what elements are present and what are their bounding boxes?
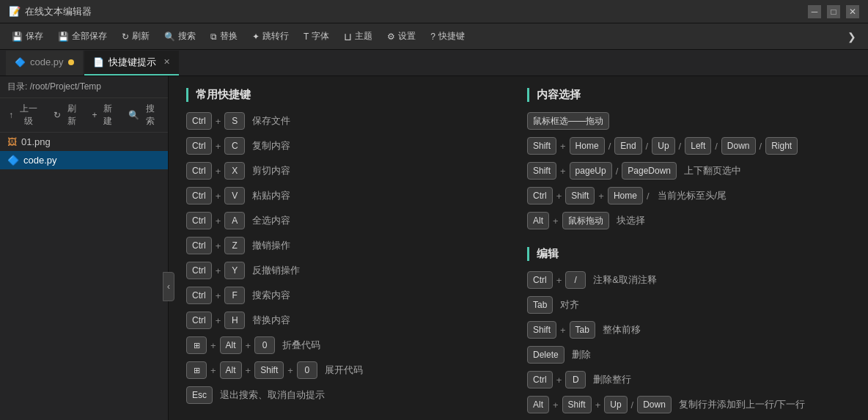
right-column: 内容选择 鼠标框选——拖动 Shift + Home / End / Up / … [527,88,850,420]
win-key-unfold: ⊞ [186,361,207,379]
file-name-01-png: 01.png [21,136,51,147]
sidebar-up-button[interactable]: ↑ 上一级 [4,101,46,129]
close-button[interactable]: ✕ [846,5,859,18]
replace-button[interactable]: ⧉ 替换 [205,27,243,45]
file-item-01-png[interactable]: 🖼 01.png [0,133,168,151]
edit-section: 编辑 Ctrl + / 注释&取消注释 Tab 对齐 Shift + T [527,247,850,413]
tab-close-button[interactable]: ✕ [163,57,170,67]
app-title: 在线文本编辑器 [25,5,92,18]
content-area: 目录: /root/Project/Temp ↑ 上一级 ↻ 刷新 + 新建 🔍… [0,76,868,420]
shortcut-shift-arrows: Shift + Home / End / Up / Left / Down / … [527,137,850,155]
shortcuts-icon: ? [430,32,435,42]
shortcuts-button[interactable]: ? 快捷键 [424,27,471,45]
shortcut-cut: Ctrl + X 剪切内容 [186,162,510,180]
refresh-icon: ↻ [122,32,129,42]
sidebar-files: 🖼 01.png 🔷 code.py [0,133,168,420]
collapse-handle[interactable]: ‹ [163,272,174,301]
key-ctrl: Ctrl [186,112,212,130]
theme-button[interactable]: ⊔ 主题 [338,27,378,45]
win-key-fold: ⊞ [186,336,207,354]
shortcut-block-select: Alt + 鼠标拖动 块选择 [527,212,850,229]
theme-icon: ⊔ [344,31,352,43]
shortcut-delete: Delete 删除 [527,346,850,364]
tab-code-py[interactable]: 🔷 code.py [6,51,83,75]
shortcut-undo: Ctrl + Z 撤销操作 [186,237,510,254]
tab-label-code-py: code.py [30,56,64,67]
sidebar-search-button[interactable]: 🔍 搜索 [124,101,163,129]
shortcut-shift-tab: Shift + Tab 整体前移 [527,321,850,339]
png-file-icon: 🖼 [7,136,17,147]
tabs-row: 🔷 code.py 📄 快捷键提示 ✕ [0,50,868,76]
refresh-sidebar-icon: ↻ [54,110,61,120]
shortcut-find: Ctrl + F 搜索内容 [186,287,510,304]
search-button[interactable]: 🔍 搜索 [158,27,202,45]
main-panel: 常用快捷键 Ctrl + S 保存文件 Ctrl + C 复制内容 Ctrl +… [169,76,868,420]
chevron-button[interactable]: ❯ [842,28,862,45]
minimize-button[interactable]: ─ [808,5,821,18]
save-button[interactable]: 💾 保存 [6,27,49,45]
desc-save: 保存文件 [252,114,290,128]
sidebar: 目录: /root/Project/Temp ↑ 上一级 ↻ 刷新 + 新建 🔍… [0,76,169,420]
shortcut-mouse-drag: 鼠标框选——拖动 [527,112,850,130]
python-icon: 🔷 [15,57,26,67]
maximize-button[interactable]: □ [827,5,840,18]
settings-icon: ⚙ [387,32,395,42]
shortcut-comment: Ctrl + / 注释&取消注释 [527,271,850,289]
common-section: 常用快捷键 Ctrl + S 保存文件 Ctrl + C 复制内容 Ctrl +… [186,88,510,420]
shortcut-pageupdown: Shift + pageUp / PageDown 上下翻页选中 [527,162,850,180]
sidebar-refresh-button[interactable]: ↻ 刷新 [49,101,85,129]
settings-button[interactable]: ⚙ 设置 [381,27,422,45]
shortcut-fold: ⊞ + Alt + 0 折叠代码 [186,336,510,354]
search-sidebar-icon: 🔍 [128,110,139,120]
shortcut-save: Ctrl + S 保存文件 [186,112,510,130]
selection-section: 内容选择 鼠标框选——拖动 Shift + Home / End / Up / … [527,88,850,229]
sidebar-new-button[interactable]: + 新建 [87,101,121,129]
goto-button[interactable]: ✦ 跳转行 [246,27,295,45]
save-all-button[interactable]: 💾 全部保存 [52,27,113,45]
title-bar-left: 📝 在线文本编辑器 [9,5,92,18]
edit-section-title: 编辑 [527,247,850,261]
sidebar-path: 目录: /root/Project/Temp [0,76,168,98]
shortcut-copy: Ctrl + C 复制内容 [186,137,510,155]
refresh-button[interactable]: ↻ 刷新 [116,27,155,45]
title-bar: 📝 在线文本编辑器 ─ □ ✕ [0,0,868,23]
shortcuts-grid: 常用快捷键 Ctrl + S 保存文件 Ctrl + C 复制内容 Ctrl +… [186,88,850,420]
tab-shortcuts[interactable]: 📄 快捷键提示 ✕ [84,51,179,75]
unsaved-dot [68,59,74,65]
title-bar-controls: ─ □ ✕ [808,5,859,18]
save-icon: 💾 [12,32,23,42]
goto-icon: ✦ [252,32,260,42]
shortcut-home-end: Ctrl + Shift + Home / 当前光标至头/尾 [527,187,850,205]
toolbar: 💾 保存 💾 全部保存 ↻ 刷新 🔍 搜索 ⧉ 替换 ✦ 跳转行 T 字体 ⊔ … [0,23,868,50]
shortcut-redo: Ctrl + Y 反撤销操作 [186,262,510,279]
selection-section-title: 内容选择 [527,88,850,102]
tab-label-shortcuts: 快捷键提示 [108,56,156,69]
shortcut-copy-line: Alt + Shift + Up / Down 复制行并添加到上一行/下一行 [527,396,850,413]
font-icon: T [304,32,309,42]
font-button[interactable]: T 字体 [298,27,335,45]
app-icon: 📝 [9,6,21,17]
sidebar-actions: ↑ 上一级 ↻ 刷新 + 新建 🔍 搜索 [0,98,168,133]
up-icon: ↑ [9,110,13,120]
py-file-icon: 🔷 [7,155,19,166]
file-name-code-py: code.py [23,155,57,166]
save-all-icon: 💾 [58,32,69,42]
shortcut-paste: Ctrl + V 粘贴内容 [186,187,510,205]
shortcut-esc: Esc 退出搜索、取消自动提示 [186,386,510,404]
search-icon: 🔍 [164,32,175,42]
shortcut-unfold: ⊞ + Alt + Shift + 0 展开代码 [186,361,510,379]
shortcut-tab: Tab 对齐 [527,296,850,314]
shortcut-delete-line: Ctrl + D 删除整行 [527,371,850,388]
shortcut-replace: Ctrl + H 替换内容 [186,312,510,329]
shortcut-selectall: Ctrl + A 全选内容 [186,212,510,229]
file-item-code-py[interactable]: 🔷 code.py [0,151,168,169]
key-s: S [224,112,245,130]
replace-icon: ⧉ [210,32,217,42]
shortcuts-tab-icon: 📄 [93,57,104,67]
new-icon: + [92,110,97,120]
common-section-title: 常用快捷键 [186,88,510,102]
